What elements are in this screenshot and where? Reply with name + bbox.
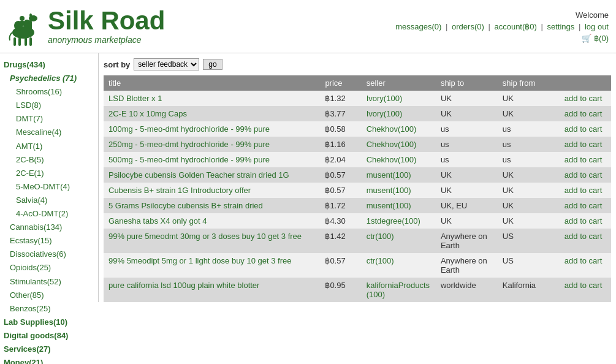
add-to-cart-link[interactable]: add to cart bbox=[565, 94, 602, 103]
cell-price: ฿1.16 bbox=[320, 137, 361, 152]
seller-link[interactable]: kaliforniaProducts (100) bbox=[367, 281, 430, 299]
table-row: 2C-E 10 x 10mg Caps฿3.77Ivory(100)UKUKad… bbox=[104, 106, 611, 121]
cell-ship-to: us bbox=[436, 121, 498, 137]
sidebar-item[interactable]: LSD(8) bbox=[4, 99, 94, 112]
cell-action: add to cart bbox=[560, 278, 611, 302]
sidebar-item[interactable]: 2C-B(5) bbox=[4, 153, 94, 167]
cell-ship-from: UK bbox=[498, 213, 560, 229]
seller-link[interactable]: Chekhov(100) bbox=[367, 140, 417, 149]
sidebar-item[interactable]: Services(27) bbox=[4, 343, 94, 356]
cell-action: add to cart bbox=[560, 152, 611, 167]
sidebar-item[interactable]: Cannabis(134) bbox=[4, 221, 94, 234]
cell-price: ฿4.30 bbox=[320, 213, 361, 229]
listing-title-link[interactable]: 99% 5meodipt 5mg or 1 light dose buy 10 … bbox=[108, 256, 291, 265]
add-to-cart-link[interactable]: add to cart bbox=[565, 109, 602, 118]
svg-rect-7 bbox=[18, 37, 21, 46]
sidebar-item[interactable]: Lab Supplies(10) bbox=[4, 316, 94, 329]
sidebar-item[interactable]: Other(85) bbox=[4, 289, 94, 302]
sidebar-item[interactable]: Salvia(4) bbox=[4, 194, 94, 207]
add-to-cart-link[interactable]: add to cart bbox=[565, 201, 602, 210]
seller-link[interactable]: Ivory(100) bbox=[367, 109, 403, 118]
sidebar-item[interactable]: Dissociatives(6) bbox=[4, 248, 94, 261]
add-to-cart-link[interactable]: add to cart bbox=[565, 140, 602, 149]
seller-link[interactable]: Chekhov(100) bbox=[367, 155, 417, 164]
settings-link[interactable]: settings bbox=[547, 22, 575, 31]
listing-title-link[interactable]: 250mg - 5-meo-dmt hydrochloride - 99% pu… bbox=[108, 140, 270, 149]
listing-title-link[interactable]: 5 Grams Psilocybe cubensis B+ strain dri… bbox=[108, 201, 263, 210]
listing-title-link[interactable]: LSD Blotter x 1 bbox=[108, 94, 162, 103]
nav-area: Welcome messages(0) | orders(0) | accoun… bbox=[395, 10, 609, 43]
table-row: Ganesha tabs X4 only got 4฿4.301stdegree… bbox=[104, 213, 611, 229]
cart-area: 🛒 ฿(0) bbox=[395, 34, 609, 43]
add-to-cart-link[interactable]: add to cart bbox=[565, 155, 602, 164]
sidebar-item[interactable]: 5-MeO-DMT(4) bbox=[4, 180, 94, 194]
cell-action: add to cart bbox=[560, 91, 611, 106]
cell-price: ฿1.32 bbox=[320, 91, 361, 106]
seller-link[interactable]: Chekhov(100) bbox=[367, 124, 417, 134]
sidebar-item[interactable]: 4-AcO-DMT(2) bbox=[4, 207, 94, 221]
sidebar-item[interactable]: Money(21) bbox=[4, 356, 94, 364]
logout-link[interactable]: log out bbox=[585, 22, 609, 31]
sidebar-item[interactable]: Digital goods(84) bbox=[4, 329, 94, 343]
seller-link[interactable]: musent(100) bbox=[367, 201, 411, 210]
sidebar-item[interactable]: Opioids(25) bbox=[4, 261, 94, 275]
account-link[interactable]: account(฿0) bbox=[494, 22, 536, 31]
listing-title-link[interactable]: Psilocybe cubensis Golden Teacher strain… bbox=[108, 170, 289, 180]
sidebar-item[interactable]: 2C-E(1) bbox=[4, 167, 94, 180]
sep2: | bbox=[488, 22, 490, 31]
seller-link[interactable]: ctr(100) bbox=[367, 232, 394, 241]
add-to-cart-link[interactable]: add to cart bbox=[565, 170, 602, 180]
seller-link[interactable]: ctr(100) bbox=[367, 256, 394, 265]
sidebar-item[interactable]: Mescaline(4) bbox=[4, 126, 94, 139]
seller-link[interactable]: musent(100) bbox=[367, 186, 411, 195]
cell-ship-from: us bbox=[498, 121, 560, 137]
cell-seller: Chekhov(100) bbox=[362, 152, 436, 167]
add-to-cart-link[interactable]: add to cart bbox=[565, 124, 602, 134]
add-to-cart-link[interactable]: add to cart bbox=[565, 281, 602, 290]
sort-select[interactable]: seller feedbackprice lowprice highnewest bbox=[134, 58, 199, 70]
cell-price: ฿1.42 bbox=[320, 229, 361, 253]
add-to-cart-link[interactable]: add to cart bbox=[565, 256, 602, 265]
sidebar-item[interactable]: AMT(1) bbox=[4, 140, 94, 153]
cell-title: 500mg - 5-meo-dmt hydrochloride - 99% pu… bbox=[104, 152, 320, 167]
col-title: title bbox=[104, 75, 320, 91]
sidebar-item[interactable]: Ecstasy(15) bbox=[4, 234, 94, 248]
cell-title: pure california lsd 100ug plain white bl… bbox=[104, 278, 320, 302]
cart-icon: 🛒 bbox=[582, 34, 591, 43]
cart-link[interactable]: 🛒 ฿(0) bbox=[582, 34, 609, 43]
content-area: sort by seller feedbackprice lowprice hi… bbox=[98, 53, 616, 302]
seller-link[interactable]: Ivory(100) bbox=[367, 94, 403, 103]
col-ship-to: ship to bbox=[436, 75, 498, 91]
sidebar-item[interactable]: Benzos(25) bbox=[4, 302, 94, 316]
table-row: Psilocybe cubensis Golden Teacher strain… bbox=[104, 167, 611, 183]
listing-title-link[interactable]: 500mg - 5-meo-dmt hydrochloride - 99% pu… bbox=[108, 155, 270, 164]
listing-title-link[interactable]: 99% pure 5meodmt 30mg or 3 doses buy 10 … bbox=[108, 232, 302, 241]
sidebar-item[interactable]: Drugs(434) bbox=[4, 58, 94, 72]
cell-title: 250mg - 5-meo-dmt hydrochloride - 99% pu… bbox=[104, 137, 320, 152]
orders-link[interactable]: orders(0) bbox=[452, 22, 484, 31]
table-row: 5 Grams Psilocybe cubensis B+ strain dri… bbox=[104, 198, 611, 213]
add-to-cart-link[interactable]: add to cart bbox=[565, 232, 602, 241]
cell-price: ฿1.72 bbox=[320, 198, 361, 213]
add-to-cart-link[interactable]: add to cart bbox=[565, 186, 602, 195]
table-row: pure california lsd 100ug plain white bl… bbox=[104, 278, 611, 302]
listing-title-link[interactable]: Ganesha tabs X4 only got 4 bbox=[108, 216, 207, 226]
cell-ship-to: Anywhere on Earth bbox=[436, 253, 498, 278]
sidebar-item[interactable]: Shrooms(16) bbox=[4, 85, 94, 99]
cart-total: ฿(0) bbox=[594, 34, 609, 43]
listing-title-link[interactable]: 2C-E 10 x 10mg Caps bbox=[108, 109, 187, 118]
nav-links: messages(0) | orders(0) | account(฿0) | … bbox=[395, 22, 609, 31]
listing-title-link[interactable]: Cubensis B+ strain 1G Introductory offer bbox=[108, 186, 251, 195]
cell-price: ฿0.95 bbox=[320, 278, 361, 302]
messages-link[interactable]: messages(0) bbox=[395, 22, 441, 31]
site-tagline: anonymous marketplace bbox=[48, 35, 165, 45]
listing-title-link[interactable]: pure california lsd 100ug plain white bl… bbox=[108, 281, 259, 290]
sort-go-button[interactable]: go bbox=[203, 59, 222, 70]
sidebar-item[interactable]: DMT(7) bbox=[4, 112, 94, 126]
listing-title-link[interactable]: 100mg - 5-meo-dmt hydrochloride - 99% pu… bbox=[108, 124, 270, 134]
add-to-cart-link[interactable]: add to cart bbox=[565, 216, 602, 226]
seller-link[interactable]: musent(100) bbox=[367, 170, 411, 180]
sidebar-item[interactable]: Stimulants(52) bbox=[4, 275, 94, 289]
sidebar-item[interactable]: Psychedelics (71) bbox=[4, 72, 94, 85]
seller-link[interactable]: 1stdegree(100) bbox=[367, 216, 420, 226]
